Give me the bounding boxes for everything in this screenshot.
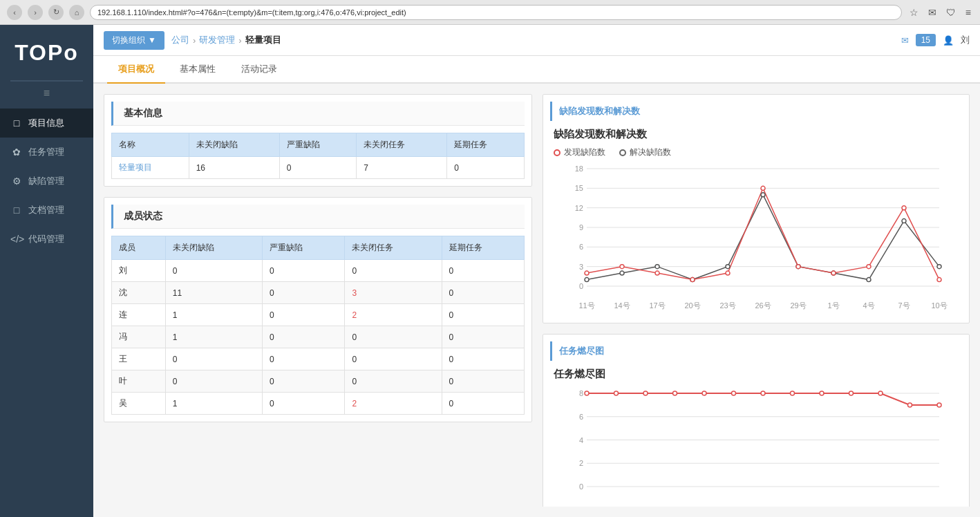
topbar: 切换组织 ▼ 公司 › 研发管理 › 轻量项目 ✉ 15 👤 刘: [93, 25, 980, 56]
member-critical: 0: [263, 304, 345, 326]
member-status-header: 成员状态: [111, 205, 525, 229]
member-unclosed: 0: [165, 348, 262, 370]
svg-text:11号: 11号: [578, 301, 594, 310]
mail-icon: ✉: [901, 35, 909, 46]
user-icon: 👤: [943, 35, 954, 46]
svg-point-69: [937, 403, 941, 407]
member-unclosed: 1: [165, 326, 262, 348]
member-tasks: 0: [345, 326, 442, 348]
svg-point-63: [761, 391, 765, 395]
svg-point-62: [732, 391, 736, 395]
breadcrumb-rd-mgmt[interactable]: 研发管理: [199, 34, 235, 46]
main-area: 切换组织 ▼ 公司 › 研发管理 › 轻量项目 ✉ 15 👤 刘 项目概况: [93, 25, 980, 517]
breadcrumb: 公司 › 研发管理 › 轻量项目: [171, 34, 281, 46]
member-name: 吴: [112, 393, 166, 415]
svg-point-43: [831, 271, 836, 275]
project-info-icon: □: [10, 118, 23, 129]
member-name: 冯: [112, 326, 166, 348]
sidebar-item-task-mgmt[interactable]: ✿ 任务管理: [0, 138, 93, 167]
legend-dot-red: [554, 149, 560, 156]
svg-point-46: [937, 278, 941, 282]
defect-chart-section-header: 缺陷发现数和解决数: [550, 102, 962, 121]
dropdown-arrow-icon: ▼: [148, 35, 156, 45]
member-tasks: 2: [345, 304, 442, 326]
home-button[interactable]: ⌂: [69, 5, 84, 20]
forward-button[interactable]: ›: [28, 5, 43, 20]
member-unclosed: 0: [165, 370, 262, 393]
svg-point-64: [791, 391, 795, 395]
breadcrumb-current: 轻量项目: [245, 34, 281, 46]
svg-text:23号: 23号: [719, 301, 735, 310]
member-critical: 0: [263, 326, 345, 348]
tab-overview[interactable]: 项目概况: [107, 56, 165, 84]
svg-text:7号: 7号: [898, 301, 910, 310]
burndown-chart-section-header: 任务燃尽图: [550, 341, 962, 361]
member-tasks: 0: [345, 370, 442, 393]
member-name: 连: [112, 304, 166, 326]
col-header-critical: 严重缺陷: [279, 133, 357, 157]
svg-point-45: [902, 206, 906, 210]
member-col-tasks: 未关闭任务: [345, 236, 442, 260]
tab-basic[interactable]: 基本属性: [169, 56, 227, 84]
svg-text:12: 12: [575, 204, 583, 212]
sidebar-item-project-info[interactable]: □ 项目信息: [0, 109, 93, 138]
doc-mgmt-icon: □: [10, 205, 23, 216]
topbar-right: ✉ 15 👤 刘: [901, 34, 970, 46]
sidebar: TOPo ≡ □ 项目信息 ✿ 任务管理 ⚙ 缺陷管理 □ 文档管理 </> 代…: [0, 25, 93, 517]
svg-point-40: [726, 271, 730, 275]
svg-point-61: [702, 391, 706, 395]
sidebar-item-defect-mgmt[interactable]: ⚙ 缺陷管理: [0, 167, 93, 196]
svg-point-37: [620, 265, 624, 269]
overdue-tasks-val: 0: [447, 157, 525, 179]
project-name-link[interactable]: 轻量项目: [119, 162, 152, 172]
svg-text:17号: 17号: [649, 301, 665, 310]
shield-icon: 🛡: [944, 7, 958, 18]
svg-point-35: [937, 265, 941, 269]
defect-chart-container: 036912151811号14号17号20号23号26号29号1号4号7号10号: [550, 162, 962, 316]
svg-point-26: [620, 271, 624, 275]
app-logo: TOPo: [0, 25, 93, 80]
member-tasks: 3: [345, 282, 442, 304]
notification-badge[interactable]: 15: [916, 34, 936, 46]
tab-activity[interactable]: 活动记录: [230, 56, 288, 84]
svg-text:0: 0: [579, 482, 583, 491]
url-bar[interactable]: [90, 5, 902, 20]
svg-point-42: [796, 265, 800, 269]
svg-text:10号: 10号: [931, 301, 947, 310]
svg-point-41: [761, 186, 765, 190]
svg-point-67: [878, 391, 883, 395]
svg-point-65: [820, 391, 824, 395]
col-header-unclosed-tasks: 未关闭任务: [357, 133, 447, 157]
breadcrumb-sep-1: ›: [193, 35, 196, 46]
basic-info-section: 基本信息 名称 未关闭缺陷 严重缺陷 未关闭任务 延期任务: [104, 94, 532, 187]
col-header-name: 名称: [112, 133, 189, 157]
member-col-unclosed: 未关闭缺陷: [165, 236, 262, 260]
sidebar-item-code-mgmt[interactable]: </> 代码管理: [0, 225, 93, 254]
svg-text:6: 6: [579, 243, 583, 251]
member-unclosed: 1: [165, 393, 262, 415]
svg-text:29号: 29号: [790, 301, 806, 310]
mail-icon[interactable]: ✉: [926, 7, 939, 18]
svg-point-30: [761, 193, 765, 197]
svg-point-29: [726, 265, 730, 269]
svg-point-38: [655, 271, 659, 275]
star-icon[interactable]: ☆: [907, 7, 921, 18]
breadcrumb-company[interactable]: 公司: [171, 34, 189, 46]
svg-point-60: [673, 391, 677, 395]
unclosed-defects-val: 16: [189, 157, 279, 179]
username-label: 刘: [961, 34, 970, 46]
sidebar-item-doc-mgmt[interactable]: □ 文档管理: [0, 196, 93, 225]
refresh-button[interactable]: ↻: [48, 5, 64, 20]
svg-point-68: [908, 403, 912, 407]
menu-icon[interactable]: ≡: [963, 7, 973, 18]
back-button[interactable]: ‹: [7, 5, 22, 20]
member-status-table: 成员 未关闭缺陷 严重缺陷 未关闭任务 延期任务 刘 0 0 0 0 沈: [111, 236, 525, 415]
switch-org-button[interactable]: 切换组织 ▼: [104, 31, 164, 50]
svg-point-39: [690, 278, 695, 282]
defect-chart-title: 缺陷发现数和解决数: [550, 128, 962, 141]
member-tasks: 2: [345, 393, 442, 415]
burndown-chart-section: 任务燃尽图 任务燃尽图 02468: [543, 334, 970, 507]
svg-point-36: [585, 271, 589, 275]
col-header-unclosed: 未关闭缺陷: [189, 133, 279, 157]
svg-point-44: [867, 265, 871, 269]
